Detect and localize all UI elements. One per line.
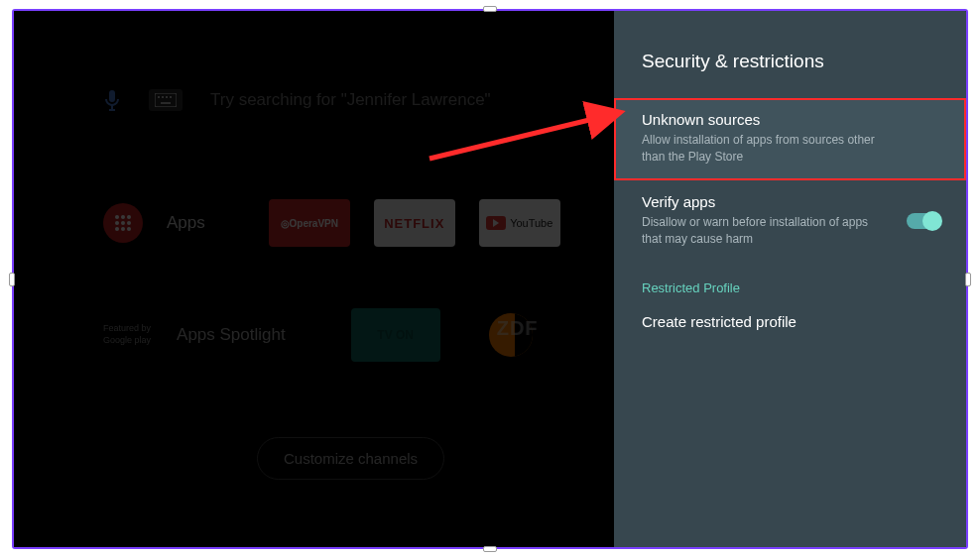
customize-channels-button[interactable]: Customize channels: [257, 437, 444, 480]
zdf-logo-text: ZDF: [497, 317, 539, 340]
search-row: Try searching for "Jennifer Lawrence": [103, 88, 491, 112]
selection-handle-icon[interactable]: [9, 273, 15, 286]
svg-point-10: [121, 221, 125, 225]
home-screen-dimmed: Try searching for "Jennifer Lawrence" Ap…: [14, 11, 614, 547]
app-tile[interactable]: ◎ OperaVPN: [269, 199, 350, 247]
microphone-icon[interactable]: [103, 88, 121, 112]
app-tile-youtube[interactable]: YouTube: [479, 199, 560, 247]
svg-rect-5: [161, 102, 171, 104]
settings-side-panel: Security & restrictions Unknown sources …: [614, 11, 966, 547]
setting-subtitle: Allow installation of apps from sources …: [642, 132, 890, 167]
svg-point-13: [121, 227, 125, 231]
search-placeholder[interactable]: Try searching for "Jennifer Lawrence": [210, 90, 491, 110]
apps-row-label: Apps: [167, 213, 205, 233]
svg-point-7: [121, 215, 125, 219]
svg-point-8: [127, 215, 131, 219]
spotlight-tile[interactable]: ZDF: [466, 308, 555, 362]
svg-point-14: [127, 227, 131, 231]
youtube-play-icon: [486, 216, 506, 230]
svg-point-6: [115, 215, 119, 219]
create-restricted-profile[interactable]: Create restricted profile: [614, 303, 966, 340]
panel-title: Security & restrictions: [614, 51, 966, 98]
selection-handle-icon[interactable]: [965, 273, 971, 286]
svg-rect-3: [166, 96, 168, 98]
selection-handle-icon[interactable]: [483, 6, 497, 12]
svg-rect-2: [162, 96, 164, 98]
android-tv-screen: Try searching for "Jennifer Lawrence" Ap…: [12, 9, 968, 549]
featured-by-label: Featured by Google play: [103, 323, 151, 346]
selection-handle-icon[interactable]: [483, 546, 497, 552]
setting-title: Unknown sources: [642, 111, 938, 128]
svg-point-12: [115, 227, 119, 231]
setting-subtitle: Disallow or warn before installation of …: [642, 214, 890, 249]
setting-title: Verify apps: [642, 193, 938, 210]
svg-rect-1: [158, 96, 160, 98]
svg-rect-4: [170, 96, 172, 98]
spotlight-row: Featured by Google play Apps Spotlight T…: [103, 308, 555, 362]
svg-point-9: [115, 221, 119, 225]
apps-row: Apps ◎ OperaVPN NETFLIX YouTube: [103, 199, 560, 247]
keyboard-icon[interactable]: [149, 89, 183, 111]
app-tile-netflix[interactable]: NETFLIX: [374, 199, 455, 247]
spotlight-tile[interactable]: TV ON: [351, 308, 440, 362]
spotlight-row-label: Apps Spotlight: [177, 325, 286, 345]
svg-rect-0: [155, 93, 177, 107]
apps-grid-icon[interactable]: [103, 203, 143, 243]
toggle-switch-on[interactable]: [907, 213, 940, 229]
section-label-restricted-profile: Restricted Profile: [614, 263, 966, 303]
setting-unknown-sources[interactable]: Unknown sources Allow installation of ap…: [614, 98, 966, 180]
svg-point-11: [127, 221, 131, 225]
setting-verify-apps[interactable]: Verify apps Disallow or warn before inst…: [614, 180, 966, 263]
